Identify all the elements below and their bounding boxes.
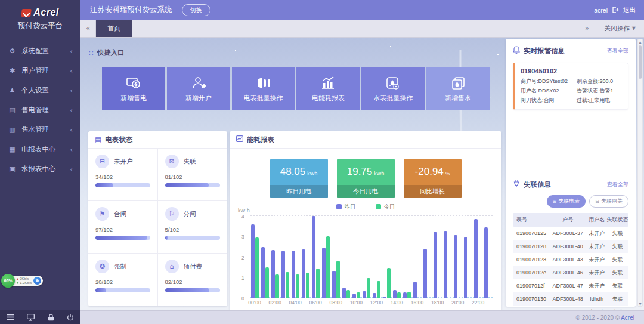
gear-icon: ⚙ bbox=[8, 47, 17, 55]
bar-group[interactable] bbox=[443, 216, 453, 298]
meter-status-card[interactable]: ⚑ 合闸 97/102 bbox=[88, 201, 158, 254]
x-tick-label: 02:00 bbox=[268, 300, 281, 306]
quick-entry-button[interactable]: 新增售电 bbox=[102, 67, 165, 110]
sidebar-item[interactable]: ▦ 电报表中心 ‹ bbox=[0, 140, 80, 159]
bar-group[interactable] bbox=[301, 216, 310, 298]
double-chevron-left-icon[interactable]: « bbox=[80, 20, 96, 37]
bar-group[interactable] bbox=[463, 216, 473, 298]
x-tick-label: 00:00 bbox=[248, 300, 261, 306]
chevron-collapse-icon: ‹ bbox=[70, 87, 73, 95]
offline-view-all-link[interactable]: 查看全部 bbox=[607, 181, 628, 189]
speed-overlay-widget[interactable]: 66% 0Kb/s 1.2Kb/s bbox=[1, 274, 43, 288]
quick-entry-button[interactable]: 水表批量操作 bbox=[361, 67, 425, 110]
table-row[interactable]: 0190070130ADF300L-48 fdhdh失联 bbox=[513, 292, 628, 306]
footer-brand: Acrel bbox=[621, 314, 634, 321]
quick-entry-title: ∷ 快捷入口 bbox=[89, 48, 125, 57]
sidebar-item[interactable]: ▣ 水报表中心 ‹ bbox=[0, 159, 80, 179]
meter-status-grid: ⊟ 未开户 34/102 ⊠ 失联 81/102 ⚑ 合闸 97/102 ⚐ 分… bbox=[88, 149, 227, 306]
offline-gateway-button[interactable]: ⊟ 失联网关 bbox=[589, 195, 628, 208]
bar-group[interactable]: 04:00 bbox=[290, 216, 300, 298]
quick-entry-buttons: 新增售电 新增开户 电表批量操作 电能耗报表 水表批量操作 新增售水 bbox=[102, 67, 490, 110]
table-row[interactable]: 256399 未开户失联 bbox=[513, 306, 628, 310]
sidebar-item[interactable]: ▥ 售水管理 ‹ bbox=[0, 120, 80, 140]
meter-status-card[interactable]: ✪ 强制 20/102 bbox=[88, 254, 158, 306]
table-row[interactable]: 0190070125ADF300L-37 未开户失联 bbox=[513, 227, 628, 240]
quick-entry-button[interactable]: 电能耗报表 bbox=[296, 67, 360, 110]
x-tick-label: 16:00 bbox=[411, 300, 423, 306]
bar-group[interactable]: 14:00 bbox=[392, 216, 401, 298]
meter-status-card[interactable]: ⚐ 分闸 5/102 bbox=[158, 201, 228, 254]
sidebar-item[interactable]: ✱ 用户管理 ‹ bbox=[0, 61, 80, 81]
disconnect-icon bbox=[513, 179, 520, 190]
chevron-down-icon: ▼ bbox=[632, 26, 636, 31]
bar-group[interactable] bbox=[280, 216, 290, 298]
table-row[interactable]: 0190070128ADF300L-43 未开户失联 bbox=[513, 253, 628, 266]
alarm-field: 剩余金额:200.0 bbox=[577, 78, 623, 85]
exit-icon[interactable] bbox=[612, 5, 619, 16]
scroll-down-arrow[interactable]: ▼ bbox=[638, 301, 642, 306]
quick-entry-button[interactable]: 新增开户 bbox=[167, 67, 230, 110]
bar-group[interactable] bbox=[341, 216, 351, 298]
x-tick-label: 22:00 bbox=[472, 300, 484, 306]
sidebar-item[interactable]: ♟ 个人设置 ‹ bbox=[0, 81, 80, 100]
bar-group[interactable]: 08:00 bbox=[331, 216, 340, 298]
power-icon[interactable] bbox=[67, 314, 74, 321]
meter-small-icon: ⊞ bbox=[553, 199, 557, 204]
y-tick-label: 2 bbox=[242, 255, 244, 261]
close-operations-dropdown[interactable]: 关闭操作 ▼ bbox=[596, 20, 644, 37]
bar-group[interactable]: 12:00 bbox=[371, 216, 381, 298]
bar-group[interactable]: 16:00 bbox=[413, 216, 422, 298]
speed-percent-ball[interactable]: 66% bbox=[1, 274, 15, 288]
meter-status-card[interactable]: ⊠ 失联 81/102 bbox=[158, 149, 228, 201]
browser-icon[interactable] bbox=[33, 277, 41, 285]
bar-group[interactable]: 22:00 bbox=[473, 216, 483, 298]
logout-button[interactable]: 退出 bbox=[623, 6, 636, 14]
sidebar-bottom-bar bbox=[0, 310, 80, 324]
offline-meter-button[interactable]: ⊞ 失联电表 bbox=[547, 195, 586, 208]
status-value: 34/102 bbox=[95, 174, 150, 180]
bar-group[interactable]: 02:00 bbox=[270, 216, 280, 298]
offline-panel-title: 失联信息 bbox=[524, 180, 551, 189]
copyright-text: © 2012 - 2020 © bbox=[576, 314, 620, 321]
sidebar-item[interactable]: ▤ 售电管理 ‹ bbox=[0, 100, 80, 120]
bar-group[interactable] bbox=[382, 216, 391, 298]
quick-entry-button[interactable]: 新增售水 bbox=[426, 67, 490, 110]
table-row[interactable]: 019007012fADF300L-47 未开户失联 bbox=[513, 279, 628, 292]
bar-group[interactable] bbox=[260, 216, 270, 298]
lock-icon[interactable] bbox=[48, 314, 54, 321]
alarm-card[interactable]: 0190450102 商户号:DDSYtest02剩余金额:200.0用户名:D… bbox=[513, 63, 628, 110]
table-row[interactable]: 0190070128ADF300L-40 未开户失联 bbox=[513, 240, 628, 253]
bar-group[interactable] bbox=[321, 216, 330, 298]
right-panel-scrollbar[interactable]: ▲ ▼ bbox=[637, 39, 643, 307]
bar-group[interactable]: 18:00 bbox=[433, 216, 442, 298]
switch-system-button[interactable]: 切换 bbox=[182, 4, 210, 16]
meter-status-card[interactable]: ⌂ 预付费 82/102 bbox=[158, 254, 228, 306]
scroll-up-arrow[interactable]: ▲ bbox=[638, 39, 642, 45]
meter-status-card[interactable]: ⊟ 未开户 34/102 bbox=[88, 149, 158, 201]
bar-group[interactable] bbox=[484, 216, 493, 298]
bar-group[interactable]: 00:00 bbox=[250, 216, 259, 298]
y-tick-label: 1 bbox=[242, 275, 244, 281]
new-sell-water-icon bbox=[450, 76, 466, 90]
alarm-view-all-link[interactable]: 查看全部 bbox=[607, 47, 628, 55]
menu-icon[interactable] bbox=[7, 314, 14, 320]
electric-report-center-icon: ▦ bbox=[8, 146, 17, 153]
bar-group[interactable] bbox=[423, 216, 432, 298]
bar-group[interactable] bbox=[361, 216, 371, 298]
double-chevron-right-icon[interactable]: » bbox=[578, 20, 596, 37]
bar-group[interactable] bbox=[402, 216, 411, 298]
tab-home[interactable]: 首页 bbox=[96, 20, 132, 37]
scrollbar-thumb[interactable] bbox=[639, 45, 642, 79]
bar-group[interactable]: 20:00 bbox=[453, 216, 463, 298]
chart-plot-area: 01234 00:0002:0004:0006:0008:0010:0012:0… bbox=[250, 216, 493, 298]
sidebar-item[interactable]: ⚙ 系统配置 ‹ bbox=[0, 41, 80, 61]
acrel-logo-icon bbox=[21, 9, 32, 17]
chevron-collapse-icon: ‹ bbox=[70, 165, 73, 174]
legend-item[interactable]: 昨日 bbox=[336, 203, 355, 211]
table-row[interactable]: 019007012eADF300L-46 未开户失联 bbox=[513, 266, 628, 279]
monitor-icon[interactable] bbox=[27, 314, 35, 321]
bar-group[interactable]: 10:00 bbox=[351, 216, 361, 298]
legend-item[interactable]: 今日 bbox=[376, 203, 395, 211]
bar-group[interactable]: 06:00 bbox=[311, 216, 320, 298]
quick-entry-button[interactable]: 电表批量操作 bbox=[232, 67, 295, 110]
